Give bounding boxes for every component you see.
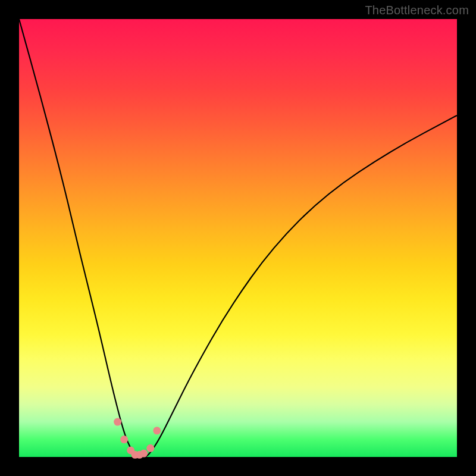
chart-frame: TheBottleneck.com bbox=[0, 0, 476, 476]
marker-dot bbox=[114, 418, 121, 426]
bottleneck-curve bbox=[19, 19, 457, 457]
watermark-text: TheBottleneck.com bbox=[365, 4, 469, 17]
curve-path bbox=[19, 19, 457, 457]
marker-dot bbox=[140, 450, 148, 458]
marker-dot bbox=[153, 427, 161, 434]
trough-markers bbox=[114, 418, 161, 459]
plot-area bbox=[19, 19, 457, 457]
marker-dot bbox=[146, 444, 154, 452]
chart-svg bbox=[19, 19, 457, 457]
marker-dot bbox=[120, 436, 128, 443]
